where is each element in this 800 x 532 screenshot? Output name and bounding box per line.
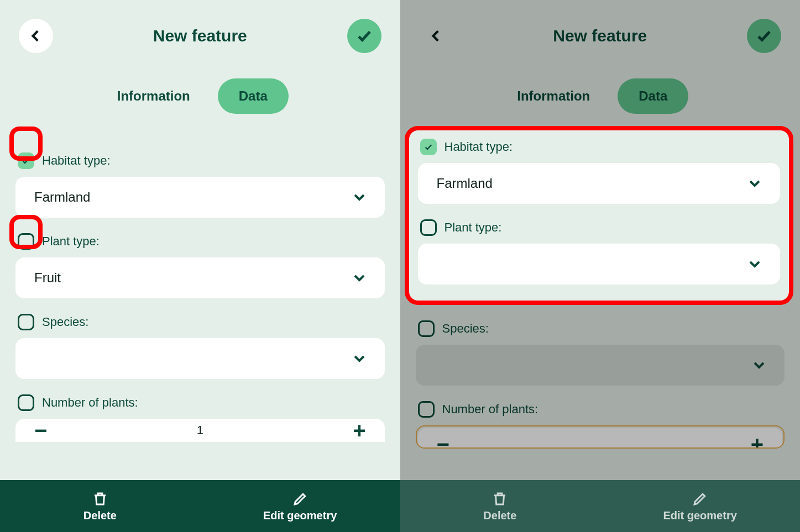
pencil-icon: [292, 491, 309, 507]
chevron-down-icon: [353, 191, 366, 204]
edit-geometry-label: Edit geometry: [663, 509, 736, 522]
chevron-down-icon: [353, 271, 366, 285]
bottom-bar: Delete Edit geometry: [400, 480, 801, 532]
confirm-button[interactable]: [347, 19, 381, 53]
tabs: Information Data: [400, 78, 801, 114]
pencil-icon: [692, 491, 708, 507]
habitat-checkbox[interactable]: [420, 139, 437, 155]
field-count-header: Number of plants:: [418, 401, 785, 418]
page-title: New feature: [553, 27, 647, 45]
edit-geometry-button[interactable]: Edit geometry: [600, 480, 800, 532]
plant-select[interactable]: Fruit: [15, 257, 385, 298]
check-icon: [356, 28, 373, 44]
stepper-plus[interactable]: +: [751, 433, 764, 449]
confirm-button[interactable]: [747, 19, 781, 53]
count-label: Number of plants:: [42, 396, 138, 410]
species-checkbox[interactable]: [418, 320, 435, 337]
back-button[interactable]: [19, 19, 53, 53]
field-habitat-header: Habitat type:: [420, 139, 781, 155]
bottom-bar: Delete Edit geometry: [0, 480, 400, 532]
tab-data[interactable]: Data: [218, 78, 289, 114]
field-species-header: Species:: [18, 314, 385, 330]
species-select[interactable]: [416, 345, 785, 386]
screenshot-right: New feature Information Data Species: Nu…: [400, 0, 801, 532]
header: New feature: [0, 0, 400, 53]
count-stepper: − +: [418, 428, 783, 449]
tabs: Information Data: [0, 78, 400, 114]
check-icon: [756, 28, 772, 44]
field-habitat-header: Habitat type:: [18, 152, 385, 169]
tab-information[interactable]: Information: [112, 88, 196, 104]
stepper-minus[interactable]: −: [437, 433, 449, 449]
chevron-left-icon: [429, 29, 443, 43]
chevron-down-icon: [353, 352, 366, 365]
chevron-down-icon: [752, 359, 766, 372]
header: New feature: [400, 0, 801, 53]
tab-data[interactable]: Data: [618, 78, 688, 114]
plant-value: Fruit: [34, 270, 61, 286]
species-label: Species:: [42, 315, 88, 329]
habitat-label: Habitat type:: [445, 140, 513, 154]
plant-select[interactable]: [418, 244, 781, 285]
stepper-plus[interactable]: +: [353, 419, 365, 441]
spotlight-region: Habitat type: Farmland Plant type:: [408, 130, 791, 301]
habitat-select[interactable]: Farmland: [418, 163, 781, 204]
edit-geometry-button[interactable]: Edit geometry: [200, 480, 400, 532]
delete-button[interactable]: Delete: [0, 480, 200, 532]
habitat-label: Habitat type:: [42, 154, 111, 168]
screenshot-left: New feature Information Data Habitat typ…: [0, 0, 400, 532]
back-button[interactable]: [419, 19, 453, 53]
delete-button[interactable]: Delete: [400, 480, 600, 532]
check-icon: [424, 143, 433, 151]
field-plant-header: Plant type:: [18, 233, 385, 250]
plant-label: Plant type:: [445, 220, 502, 235]
count-checkbox[interactable]: [18, 394, 34, 411]
count-value: 1: [197, 423, 203, 438]
plant-checkbox[interactable]: [420, 219, 437, 236]
count-stepper: − 1 +: [15, 419, 385, 442]
chevron-down-icon: [748, 257, 761, 271]
tab-information[interactable]: Information: [511, 88, 595, 104]
plant-label: Plant type:: [42, 234, 100, 249]
trash-icon: [491, 491, 508, 507]
habitat-value: Farmland: [34, 189, 90, 205]
form: Habitat type: Farmland Plant type: Fruit…: [0, 136, 400, 442]
check-icon: [22, 156, 30, 165]
field-plant-header: Plant type:: [420, 219, 781, 236]
chevron-left-icon: [29, 29, 43, 43]
trash-icon: [92, 491, 108, 507]
field-count-header: Number of plants:: [18, 394, 385, 411]
delete-label: Delete: [83, 509, 117, 522]
species-checkbox[interactable]: [18, 314, 34, 330]
habitat-select[interactable]: Farmland: [15, 177, 385, 218]
delete-label: Delete: [483, 509, 516, 522]
species-select[interactable]: [15, 338, 385, 379]
edit-geometry-label: Edit geometry: [263, 509, 337, 522]
chevron-down-icon: [748, 177, 761, 190]
count-label: Number of plants:: [442, 402, 538, 417]
plant-checkbox[interactable]: [18, 233, 34, 250]
count-checkbox[interactable]: [418, 401, 435, 418]
field-species-header: Species:: [418, 320, 785, 337]
count-stepper-wrap: − +: [416, 425, 785, 449]
species-label: Species:: [442, 322, 489, 336]
page-title: New feature: [153, 27, 247, 45]
habitat-value: Farmland: [437, 176, 493, 191]
stepper-minus[interactable]: −: [34, 419, 47, 441]
habitat-checkbox[interactable]: [18, 152, 34, 169]
